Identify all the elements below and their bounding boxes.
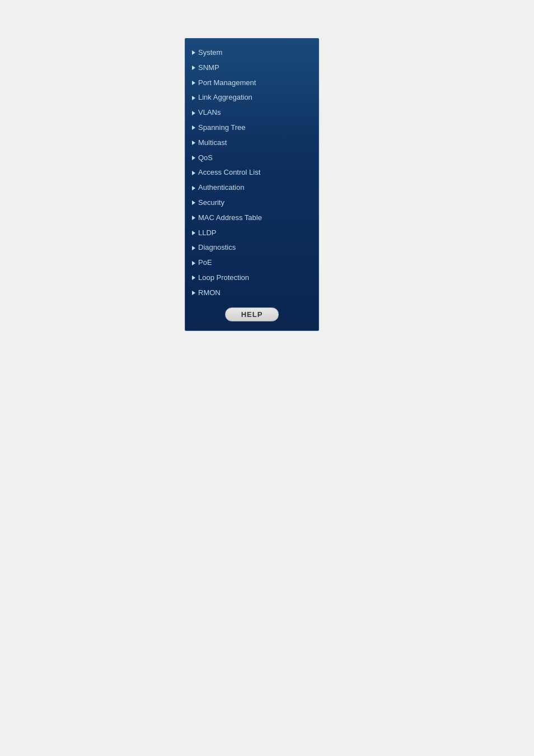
chevron-right-icon [192, 216, 195, 220]
navigation-panel: SystemSNMPPort ManagementLink Aggregatio… [185, 38, 319, 331]
sidebar-item-label: Diagnostics [198, 242, 236, 254]
chevron-right-icon [192, 96, 195, 100]
sidebar-item-label: Access Control List [198, 167, 260, 179]
chevron-right-icon [192, 246, 195, 250]
sidebar-item-label: SNMP [198, 62, 219, 74]
chevron-right-icon [192, 50, 195, 55]
sidebar-item-lldp[interactable]: LLDP [185, 226, 318, 241]
sidebar-item-label: QoS [198, 152, 213, 164]
sidebar-item-label: Security [198, 197, 224, 209]
sidebar-item-rmon[interactable]: RMON [185, 286, 318, 301]
sidebar-item-diagnostics[interactable]: Diagnostics [185, 240, 318, 255]
sidebar-item-label: LLDP [198, 227, 217, 239]
chevron-right-icon [192, 111, 195, 115]
sidebar-item-label: MAC Address Table [198, 212, 262, 224]
sidebar-item-port-management[interactable]: Port Management [185, 76, 318, 91]
chevron-right-icon [192, 231, 195, 235]
sidebar-item-label: Link Aggregation [198, 92, 252, 104]
sidebar-item-multicast[interactable]: Multicast [185, 136, 318, 151]
chevron-right-icon [192, 125, 195, 130]
sidebar-item-label: RMON [198, 287, 221, 299]
sidebar-item-label: System [198, 47, 222, 59]
sidebar-item-spanning-tree[interactable]: Spanning Tree [185, 120, 318, 136]
sidebar-item-loop-protection[interactable]: Loop Protection [185, 270, 318, 286]
sidebar-item-label: Authentication [198, 182, 244, 194]
sidebar-item-label: Spanning Tree [198, 122, 246, 134]
sidebar-item-snmp[interactable]: SNMP [185, 60, 318, 76]
chevron-right-icon [192, 291, 195, 295]
sidebar-item-qos[interactable]: QoS [185, 151, 318, 166]
chevron-right-icon [192, 186, 195, 190]
sidebar-item-mac-address-table[interactable]: MAC Address Table [185, 211, 318, 226]
chevron-right-icon [192, 66, 195, 70]
chevron-right-icon [192, 261, 195, 265]
sidebar-item-security[interactable]: Security [185, 195, 318, 211]
sidebar-item-link-aggregation[interactable]: Link Aggregation [185, 90, 318, 105]
chevron-right-icon [192, 81, 195, 85]
sidebar-item-system[interactable]: System [185, 45, 318, 60]
chevron-right-icon [192, 156, 195, 160]
chevron-right-icon [192, 200, 195, 205]
chevron-right-icon [192, 141, 195, 145]
chevron-right-icon [192, 276, 195, 280]
sidebar-item-label: VLANs [198, 107, 221, 119]
sidebar-item-label: Loop Protection [198, 272, 249, 284]
chevron-right-icon [192, 171, 195, 175]
sidebar-item-label: Multicast [198, 137, 227, 149]
sidebar-item-vlans[interactable]: VLANs [185, 105, 318, 120]
sidebar-item-authentication[interactable]: Authentication [185, 180, 318, 195]
sidebar-item-access-control-list[interactable]: Access Control List [185, 165, 318, 180]
sidebar-item-poe[interactable]: PoE [185, 255, 318, 270]
sidebar-item-label: Port Management [198, 77, 256, 89]
sidebar-item-label: PoE [198, 257, 212, 269]
help-button[interactable]: HELP [225, 307, 279, 321]
